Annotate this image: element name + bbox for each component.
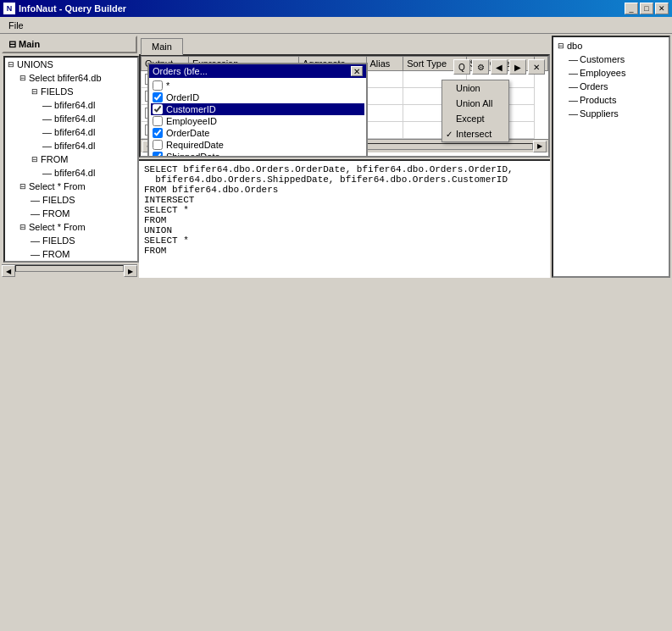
- menu-file[interactable]: File: [3, 19, 29, 32]
- scroll-right-btn[interactable]: ▶: [124, 265, 137, 277]
- field-orderdate-cb[interactable]: [153, 128, 163, 138]
- tab-main[interactable]: Main: [141, 38, 183, 55]
- table-window-title-text: Orders (bfe...: [153, 66, 208, 76]
- dbo-customers[interactable]: — Customers: [567, 53, 667, 66]
- field-star[interactable]: *: [151, 80, 364, 91]
- tree-field-1[interactable]: — bfifer64.dl: [41, 98, 137, 112]
- tree-select-3[interactable]: ⊟ Select * From: [17, 220, 137, 234]
- tree-field-4[interactable]: — bfifer64.dl: [41, 139, 137, 152]
- title-buttons: _ □ ✕: [625, 3, 669, 14]
- query-toolbar: Q ⚙ ◀ ▶ ✕: [453, 59, 545, 75]
- dbo-orders[interactable]: — Orders: [567, 80, 667, 93]
- field-shippeddate-cb[interactable]: [153, 152, 163, 158]
- row2-alias[interactable]: [366, 88, 403, 105]
- grid-scroll-right[interactable]: ▶: [533, 141, 547, 152]
- col-alias: Alias: [366, 57, 403, 71]
- search-button[interactable]: Q: [453, 59, 470, 75]
- field-customerid-cb[interactable]: [153, 104, 163, 114]
- row3-alias[interactable]: [366, 105, 403, 122]
- field-list[interactable]: * OrderID CustomerID Emplo: [149, 78, 366, 158]
- left-tree-panel: ⊟ UNIONS ⊟ Select bfifer64.db ⊟ FIELDS: [3, 56, 139, 263]
- tree-from-1-item[interactable]: — bfifer64.dl: [41, 166, 137, 180]
- maximize-button[interactable]: □: [640, 3, 653, 14]
- dbo-children: — Customers — Employees — Orders — Produ…: [567, 53, 667, 120]
- dbo-products[interactable]: — Products: [567, 93, 667, 107]
- left-panel-hscroll[interactable]: ◀ ▶: [2, 264, 137, 278]
- tree-fields-3[interactable]: — FIELDS: [29, 234, 137, 247]
- close-button[interactable]: ✕: [655, 3, 669, 14]
- tree-select-2[interactable]: ⊟ Select * From: [17, 180, 137, 193]
- context-menu: Union Union All Except Intersect: [442, 80, 509, 142]
- app-icon: N: [3, 3, 15, 14]
- tree-fields-2[interactable]: — FIELDS: [29, 193, 137, 207]
- scroll-track: [15, 265, 124, 272]
- menu-union-all[interactable]: Union All: [442, 96, 508, 111]
- minimize-button[interactable]: _: [625, 3, 638, 14]
- field-orderid-cb[interactable]: [153, 92, 163, 102]
- left-panel-header: ⊟ Main: [2, 36, 137, 53]
- prev-button[interactable]: ◀: [491, 59, 508, 75]
- close-query-button[interactable]: ✕: [528, 59, 545, 75]
- tree-from-1[interactable]: ⊟ FROM: [29, 152, 137, 166]
- dbo-header[interactable]: ⊟ dbo: [555, 39, 667, 53]
- field-requireddate-cb[interactable]: [153, 140, 163, 150]
- field-star-cb[interactable]: [153, 80, 163, 91]
- window-title: InfoNaut - Query Builder: [19, 3, 126, 14]
- dbo-employees[interactable]: — Employees: [567, 66, 667, 80]
- dbo-suppliers[interactable]: — Suppliers: [567, 107, 667, 120]
- tree-root: ⊟ UNIONS ⊟ Select bfifer64.db ⊟ FIELDS: [5, 58, 137, 261]
- field-employeeid-cb[interactable]: [153, 116, 163, 126]
- table-window-close-btn[interactable]: ✕: [351, 66, 363, 76]
- menu-union[interactable]: Union: [442, 80, 508, 96]
- menu-bar: File: [0, 17, 672, 34]
- next-button[interactable]: ▶: [509, 59, 526, 75]
- dbo-label: dbo: [567, 39, 582, 53]
- tree-scroll[interactable]: ⊟ UNIONS ⊟ Select bfifer64.db ⊟ FIELDS: [5, 58, 137, 261]
- right-tree-panel: ⊟ dbo — Customers — Employees — Orders —…: [552, 36, 670, 278]
- dbo-root: ⊟ dbo — Customers — Employees — Orders —…: [555, 39, 667, 120]
- tree-field-3[interactable]: — bfifer64.dl: [41, 125, 137, 139]
- row4-alias[interactable]: [366, 122, 403, 139]
- tree-select-1[interactable]: ⊟ Select bfifer64.db: [17, 71, 137, 85]
- field-shippeddate[interactable]: ShippedDate: [151, 151, 364, 158]
- title-bar-left: N InfoNaut - Query Builder: [3, 3, 126, 14]
- field-orderid[interactable]: OrderID: [151, 91, 364, 103]
- field-orderdate[interactable]: OrderDate: [151, 127, 364, 139]
- tree-select-1-children: ⊟ FIELDS — bfifer64.dl — bfifer64.dl — b…: [29, 85, 137, 180]
- field-customerid[interactable]: CustomerID: [151, 103, 364, 115]
- tree-fields-1[interactable]: ⊟ FIELDS: [29, 85, 137, 98]
- tree-field-2[interactable]: — bfifer64.dl: [41, 112, 137, 125]
- tree-from-2[interactable]: — FROM: [29, 207, 137, 220]
- field-requireddate[interactable]: RequiredDate: [151, 139, 364, 151]
- tree-unions-children: ⊟ Select bfifer64.db ⊟ FIELDS — bfifer64…: [17, 71, 137, 261]
- sql-output: SELECT bfifer64.dbo.Orders.OrderDate, bf…: [139, 159, 550, 278]
- query-work-area: Q ⚙ ◀ ▶ ✕ Orders (bfe... ✕ *: [139, 54, 550, 158]
- table-window-orders: Orders (bfe... ✕ * OrderID: [147, 63, 368, 158]
- menu-intersect[interactable]: Intersect: [442, 126, 508, 141]
- center-area: Main Q ⚙ ◀ ▶ ✕ Orders (bfe... ✕: [139, 36, 550, 278]
- title-bar: N InfoNaut - Query Builder _ □ ✕: [0, 0, 672, 17]
- main-area: ⊟ Main ⊟ UNIONS ⊟ Select bfifer64.db: [0, 34, 672, 280]
- menu-except[interactable]: Except: [442, 111, 508, 126]
- tab-bar: Main: [139, 36, 550, 54]
- tree-unions[interactable]: ⊟ UNIONS: [5, 58, 137, 71]
- row1-alias[interactable]: [366, 71, 403, 88]
- scroll-left-btn[interactable]: ◀: [2, 265, 15, 277]
- table-window-title-bar: Orders (bfe... ✕: [149, 64, 366, 78]
- settings-button[interactable]: ⚙: [472, 59, 489, 75]
- field-employeeid[interactable]: EmployeeID: [151, 115, 364, 127]
- tree-from-3[interactable]: — FROM: [29, 247, 137, 261]
